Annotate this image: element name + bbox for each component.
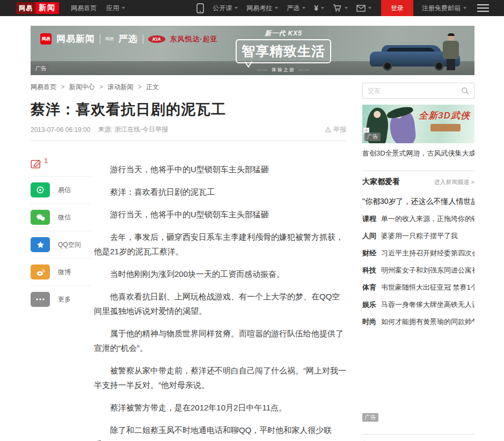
divider [100, 34, 100, 44]
chevron-down-icon [302, 7, 305, 9]
hamburger-menu-icon[interactable] [477, 2, 489, 14]
game-ad-button[interactable] [430, 124, 461, 131]
topbar-right-group: 公开课 网易考拉 严选 ¥ [188, 0, 504, 16]
chevron-down-icon [463, 7, 466, 9]
wechat-icon [31, 210, 50, 225]
news-item-title: 习近平主持召开财经委第四次会议 [381, 249, 474, 257]
news-list-item[interactable]: 科技明州案女子和刘强东同进公寓视频曝光 律 [362, 266, 474, 275]
search-box[interactable] [362, 83, 474, 99]
nav-mail-menu[interactable] [356, 5, 371, 12]
share-label: 微信 [58, 213, 71, 222]
nav-apps-label: 应用 [106, 4, 119, 13]
empty-ad-slot [362, 327, 474, 411]
share-sidebar: 1 易信 微信 QQ [31, 141, 94, 441]
cart-icon [333, 4, 342, 12]
chevron-down-icon [122, 7, 125, 9]
report-button[interactable]: 举报 [325, 125, 346, 134]
banner-yanxuan-small-label: 网易 [105, 37, 114, 41]
weibo-icon [31, 264, 50, 280]
news-list-item[interactable]: 课程单一的收入来源，正拖垮你的银行存款 [362, 214, 474, 224]
nav-cart-menu[interactable] [333, 4, 348, 12]
news-list-item[interactable]: 娱乐马蓉一身奢侈大牌坐高铁无人识出 [362, 300, 474, 310]
share-more-button[interactable]: 更多 [31, 285, 91, 313]
news-category: 娱乐 [362, 300, 376, 308]
news-category: 财经 [362, 249, 376, 257]
chevron-down-icon [235, 7, 238, 9]
article-paragraph: 蔡洋：喜欢看抗日剧的泥瓦工 [94, 185, 346, 199]
register-mailbox-menu[interactable]: 注册免费邮箱 [422, 4, 466, 13]
share-label: 更多 [58, 295, 71, 304]
banner-model-label: 新一代 KX5 [236, 29, 331, 38]
netease-logo-brand: 网易 [16, 2, 35, 14]
report-label: 举报 [333, 125, 346, 134]
nav-yanxuan-menu[interactable]: 严选 [287, 4, 305, 13]
wuxia-figure-image [389, 109, 417, 143]
kia-brand-label: 东风悦达·起亚 [170, 34, 218, 44]
netease-square-logo: 网易 [40, 33, 52, 45]
news-list-item[interactable]: 时尚如何才能拥有黄景瑜的同款帅气？看这就 [362, 317, 474, 327]
banner-slogan-bubble: 智享精致生活 [236, 39, 331, 63]
search-input[interactable] [368, 87, 461, 94]
news-item-title: 韦世豪随恒大出征亚冠 禁赛1个月已认识到 [381, 283, 474, 291]
popular-news-header: 大家都爱看 进入新闻频道 > [362, 177, 474, 187]
nav-apps-menu[interactable]: 应用 [106, 4, 125, 13]
news-item-title: 明州案女子和刘强东同进公寓视频曝光 律 [381, 266, 474, 274]
news-item-title: 婆婆用一只粽子摆平了我 [381, 232, 458, 240]
divider [143, 34, 143, 44]
nav-open-course-menu[interactable]: 公开课 [213, 4, 238, 13]
chevron-down-icon [345, 7, 348, 9]
breadcrumb: 网易首页 > 新闻中心 > 滚动新闻 > 正文 [31, 83, 346, 92]
login-button[interactable]: 登录 [381, 0, 413, 16]
share-weibo-button[interactable]: 微博 [31, 258, 91, 285]
ad-label-badge: 广告 [33, 64, 49, 73]
wuxia-game-ad[interactable]: 全新3D武侠 × 广告 [362, 105, 474, 143]
article-row: 1 易信 微信 QQ [31, 141, 346, 441]
article-paragraph: 当时他刚刚为涨到200块一天的工资而感动振奋。 [94, 267, 346, 281]
yixin-icon [31, 182, 50, 197]
game-ad-title: 全新3D武侠 [419, 109, 470, 122]
game-ad-caption[interactable]: 首创3D全景式网游，古风武侠集大成之作 [362, 149, 474, 158]
breadcrumb-separator: > [61, 83, 64, 91]
news-category: 科技 [362, 266, 376, 274]
nav-home-link[interactable]: 网易首页 [71, 4, 97, 13]
news-item-title: 单一的收入来源，正拖垮你的银行存款 [381, 215, 474, 223]
breadcrumb-news-center[interactable]: 新闻中心 [69, 83, 95, 91]
news-list-item[interactable]: 体育韦世豪随恒大出征亚冠 禁赛1个月已认识到 [362, 283, 474, 292]
page-title: 蔡洋：喜欢看抗日剧的泥瓦工 [31, 100, 346, 119]
comment-count: 1 [44, 157, 48, 165]
article-paragraph: 他喜欢看抗日剧、上网玩枪战游戏、有一个上大学的梦、在QQ空间里孤独地诉说对爱情的… [94, 289, 346, 318]
recommended-news-section: 新闻推荐 进入新闻频道 > “叛变”的BBC御用团队，一出手又 [362, 434, 474, 441]
banner-slogan-block: 新一代 KX5 智享精致生活 体验之旅 [236, 29, 331, 74]
mobile-app-icon[interactable] [196, 3, 204, 13]
news-list-item[interactable]: 财经习近平主持召开财经委第四次会议 [362, 248, 474, 258]
breadcrumb-separator: > [138, 83, 142, 91]
mail-icon [356, 5, 366, 12]
popular-headline-link[interactable]: "你都30岁了，还这么不懂人情世故" [362, 196, 474, 207]
comment-count-button[interactable]: 1 [31, 158, 94, 176]
news-category: 时尚 [362, 318, 376, 326]
more-dots-icon [31, 292, 50, 307]
nav-finance-menu[interactable]: ¥ [314, 4, 324, 12]
enter-news-channel-link[interactable]: 进入新闻频道 > [434, 178, 474, 186]
share-label: QQ空间 [58, 240, 81, 249]
breadcrumb-rolling-news[interactable]: 滚动新闻 [107, 83, 133, 91]
phone-icon [196, 3, 204, 13]
article-meta-row: 2013-07-06 06:19:00 来源: 浙江在线-今日早报 举报 [31, 125, 346, 134]
article-paragraph: 游行当天，他将手中的U型锁朝车主头部猛砸 [94, 207, 346, 222]
search-icon[interactable] [461, 87, 469, 95]
news-category: 人间 [362, 232, 376, 240]
main-content: 网易首页 > 新闻中心 > 滚动新闻 > 正文 蔡洋：喜欢看抗日剧的泥瓦工 20… [0, 83, 504, 441]
breadcrumb-home[interactable]: 网易首页 [31, 83, 56, 91]
share-yixin-button[interactable]: 易信 [31, 176, 91, 203]
share-qzone-button[interactable]: QQ空间 [31, 231, 91, 258]
section-title: 大家都爱看 [362, 177, 400, 187]
article-source-link[interactable]: 来源: 浙江在线-今日早报 [98, 125, 168, 134]
kia-banner-ad[interactable]: 网易 网易新闻 网易 严选 KIA 东风悦达·起亚 新一代 KX5 智享精致生活… [31, 26, 474, 75]
ad-label-badge: 广告 [364, 133, 381, 141]
news-list-item[interactable]: 人间婆婆用一只粽子摆平了我 [362, 231, 474, 241]
netease-news-logo[interactable]: 网易 新闻 [16, 2, 59, 14]
share-wechat-button[interactable]: 微信 [31, 203, 91, 231]
article-paragraph: 去年，事发后，砸穿西安日系车主李建利颅骨的嫌犯被警方抓获，他是21岁的泥瓦工蔡洋… [94, 230, 346, 259]
nav-kaola-menu[interactable]: 网易考拉 [246, 4, 278, 13]
netease-logo-news: 新闻 [35, 2, 59, 14]
